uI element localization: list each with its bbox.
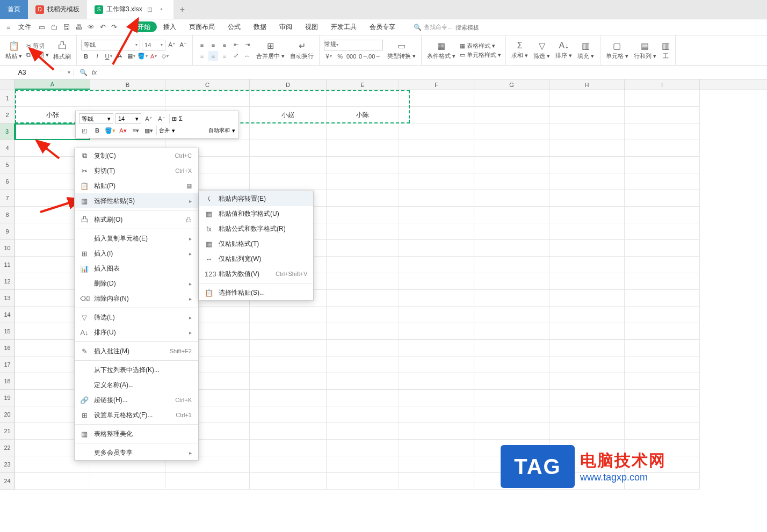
name-box[interactable]: ▾ <box>0 69 74 76</box>
cell[interactable] <box>399 157 474 173</box>
cell[interactable] <box>474 257 549 273</box>
cell[interactable] <box>399 240 474 257</box>
number-format-combo[interactable]: 常规▾ <box>324 40 383 50</box>
cell[interactable] <box>327 123 399 140</box>
menu-item[interactable]: ⊞设置单元格格式(F)...Ctrl+1 <box>75 407 198 422</box>
cell[interactable] <box>250 307 327 323</box>
fill-color-icon[interactable]: 🪣▾ <box>138 52 147 61</box>
cell[interactable] <box>250 473 327 490</box>
cell[interactable] <box>474 90 549 107</box>
cell[interactable] <box>625 373 700 390</box>
row-header[interactable]: 4 <box>0 140 15 157</box>
cell[interactable] <box>15 473 90 490</box>
mini-dec-font-icon[interactable]: A⁻ <box>156 113 167 124</box>
ribbon-tab-3[interactable]: 公式 <box>221 20 247 34</box>
cell[interactable] <box>250 390 327 406</box>
cell[interactable] <box>250 173 327 190</box>
row-header[interactable]: 22 <box>0 440 15 456</box>
cell[interactable] <box>327 173 399 190</box>
file-menu[interactable]: 文件 <box>14 20 35 34</box>
ribbon-tab-5[interactable]: 审阅 <box>273 20 299 34</box>
menu-item[interactable]: ▦表格整理美化 <box>75 426 198 441</box>
align-center-icon[interactable]: ≡ <box>208 51 218 61</box>
cell[interactable] <box>474 390 549 406</box>
cell[interactable] <box>474 340 549 356</box>
menu-item[interactable]: A↓排序(U)▸ <box>75 325 198 340</box>
cell[interactable] <box>250 340 327 356</box>
worksheet-button[interactable]: ▥工 <box>661 40 671 61</box>
sum-button[interactable]: Σ求和 ▾ <box>510 40 529 61</box>
dec-decimal-icon[interactable]: .00→ <box>369 52 379 61</box>
cell[interactable] <box>15 90 90 107</box>
cell[interactable] <box>327 356 399 373</box>
cell[interactable] <box>474 173 549 190</box>
cell[interactable] <box>399 423 474 440</box>
col-header[interactable]: C <box>165 79 250 90</box>
align-top-icon[interactable]: ≡ <box>197 40 207 50</box>
font-size-combo[interactable]: 14▾ <box>142 40 165 50</box>
menu-item[interactable]: ✎插入批注(M)Shift+F2 <box>75 344 198 359</box>
menu-item[interactable]: 🔗超链接(H)...Ctrl+K <box>75 392 198 407</box>
menu-item[interactable]: 📋选择性粘贴(S)... <box>199 285 313 300</box>
cell[interactable] <box>250 157 327 173</box>
cell[interactable] <box>399 373 474 390</box>
cell[interactable] <box>327 257 399 273</box>
cell[interactable] <box>399 356 474 373</box>
cell[interactable] <box>250 356 327 373</box>
preview-icon[interactable]: 👁 <box>85 22 97 32</box>
cell[interactable] <box>474 123 549 140</box>
name-box-input[interactable] <box>3 69 41 76</box>
cell[interactable] <box>250 440 327 456</box>
cell[interactable] <box>474 240 549 257</box>
cell[interactable] <box>327 157 399 173</box>
table-style-button[interactable]: ▦表格样式 ▾ <box>460 42 501 50</box>
fill-button[interactable]: ▥填充 ▾ <box>576 40 595 61</box>
cell[interactable] <box>327 140 399 157</box>
cell[interactable] <box>327 340 399 356</box>
menu-item[interactable]: ⧉复制(C)Ctrl+C <box>75 148 198 163</box>
cell[interactable] <box>549 157 625 173</box>
template-search-input[interactable] <box>455 24 498 31</box>
cell[interactable] <box>90 90 165 107</box>
cell[interactable] <box>399 190 474 207</box>
menu-item[interactable]: fx粘贴公式和数字格式(R) <box>199 221 313 236</box>
cell[interactable] <box>474 356 549 373</box>
cell[interactable] <box>625 123 700 140</box>
cell[interactable] <box>399 207 474 223</box>
cell[interactable] <box>327 307 399 323</box>
menu-item[interactable]: ▦选择性粘贴(S)▸ <box>75 193 198 208</box>
row-header[interactable]: 20 <box>0 406 15 423</box>
cell[interactable] <box>474 190 549 207</box>
mini-select-icon[interactable]: ◰ <box>79 125 90 136</box>
cell[interactable] <box>250 373 327 390</box>
cell[interactable] <box>327 440 399 456</box>
tab-workbook[interactable]: S 工作簿3.xlsx ⊡ • <box>87 0 173 19</box>
tab-home[interactable]: 首页 <box>0 0 28 19</box>
cell[interactable] <box>625 390 700 406</box>
cell[interactable] <box>549 323 625 340</box>
cell[interactable] <box>474 223 549 240</box>
row-header[interactable]: 3 <box>0 123 15 140</box>
underline-icon[interactable]: U▾ <box>104 52 113 61</box>
menu-item[interactable]: ↔仅粘贴列宽(W) <box>199 251 313 266</box>
row-header[interactable]: 7 <box>0 190 15 207</box>
cut-button[interactable]: ✂剪切 <box>26 42 49 50</box>
ribbon-tab-0[interactable]: 开始 <box>131 21 157 32</box>
cell[interactable] <box>625 190 700 207</box>
cell[interactable] <box>399 257 474 273</box>
cell[interactable] <box>399 456 474 473</box>
cell[interactable] <box>549 390 625 406</box>
row-header[interactable]: 15 <box>0 323 15 340</box>
cell[interactable] <box>250 456 327 473</box>
cell[interactable] <box>549 90 625 107</box>
cell[interactable] <box>549 373 625 390</box>
app-menu-icon[interactable]: ≡ <box>4 22 13 32</box>
cell[interactable] <box>399 340 474 356</box>
italic-icon[interactable]: I <box>92 52 102 61</box>
cell-style-button[interactable]: ▭单元格样式 ▾ <box>460 51 501 59</box>
redo-icon[interactable]: ↷ <box>109 22 119 32</box>
clear-format-icon[interactable]: ◇▾ <box>160 52 170 61</box>
cell[interactable] <box>90 473 165 490</box>
cell[interactable] <box>474 273 549 290</box>
menu-item[interactable]: 123粘贴为数值(V)Ctrl+Shift+V <box>199 266 313 281</box>
